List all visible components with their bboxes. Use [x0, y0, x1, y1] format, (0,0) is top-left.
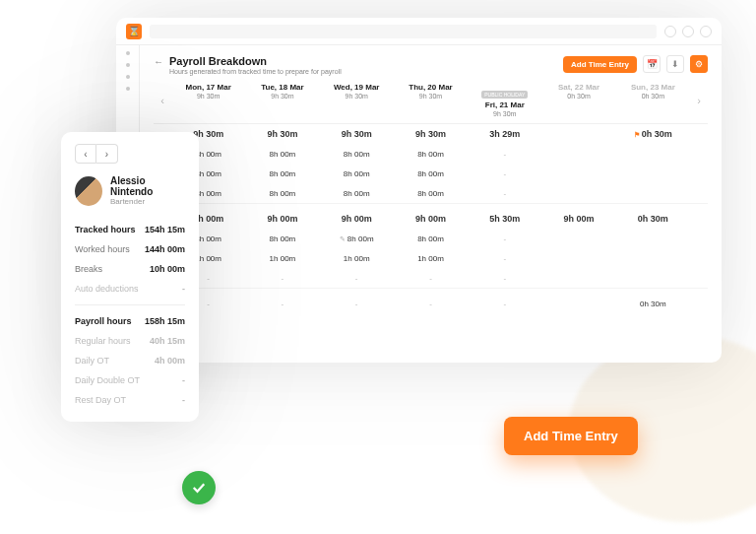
settings-button[interactable]: ⚙ — [690, 55, 708, 73]
hours-cell: 9h 30m — [394, 125, 468, 143]
topbar-icon[interactable] — [700, 26, 712, 37]
hours-cell: - — [394, 270, 468, 287]
stat-value: - — [182, 375, 185, 385]
day-total: 0h 30m — [616, 93, 690, 100]
day-column: PUBLIC HOLIDAYFri, 21 Mar9h 30m — [468, 83, 541, 117]
hours-cell — [541, 234, 615, 242]
prev-week-button[interactable]: ‹ — [154, 95, 171, 106]
hours-cell: - — [468, 250, 541, 267]
hours-cell: 8h 00m — [394, 166, 468, 182]
hours-cell — [541, 254, 615, 262]
table-row: 9h 30m9h 30m9h 30m9h 30m3h 29m⚑0h 30m — [154, 124, 708, 144]
hours-grid: 9h 30m9h 30m9h 30m9h 30m3h 29m⚑0h 30m8h … — [154, 123, 708, 363]
hours-cell: 8h 00m — [320, 146, 394, 163]
hours-cell: 9h 00m — [320, 210, 394, 228]
back-arrow-icon[interactable]: ← — [154, 56, 163, 67]
hours-cell — [616, 254, 690, 262]
day-total: 9h 30m — [394, 93, 468, 100]
hours-cell — [541, 300, 615, 307]
stat-label: Auto deductions — [75, 284, 139, 294]
hours-cell: 8h 00m — [245, 231, 319, 247]
stat-row: Tracked hours154h 15m — [75, 220, 185, 239]
page-title: Payroll Breakdown — [169, 55, 342, 67]
rail-item[interactable] — [126, 51, 130, 55]
hours-cell: - — [468, 296, 541, 312]
table-row: 8h 00m8h 00m✎8h 00m8h 00m- — [154, 229, 708, 248]
hours-cell: 3h 29m — [468, 125, 541, 143]
day-column: Thu, 20 Mar9h 30m — [394, 83, 468, 117]
hours-cell — [541, 130, 615, 138]
stat-label: Breaks — [75, 264, 102, 274]
add-time-entry-floating-button[interactable]: Add Time Entry — [504, 417, 638, 455]
day-column: Sun, 23 Mar0h 30m — [616, 83, 690, 117]
hours-cell — [541, 189, 615, 197]
rail-item[interactable] — [126, 75, 130, 79]
day-label: Sat, 22 Mar — [541, 83, 615, 92]
stat-value: 158h 15m — [145, 316, 185, 326]
avatar — [75, 176, 102, 206]
hours-cell: 1h 00m — [320, 250, 394, 267]
stat-value: 10h 00m — [150, 264, 185, 274]
day-label: Thu, 20 Mar — [394, 83, 468, 92]
rail-item[interactable] — [126, 87, 130, 91]
day-headers: ‹ Mon, 17 Mar9h 30mTue, 18 Mar9h 30mWed,… — [154, 83, 708, 117]
topbar: ⌛ — [116, 18, 722, 45]
next-week-button[interactable]: › — [690, 95, 708, 106]
calendar-button[interactable]: 📅 — [643, 55, 661, 73]
day-label: Mon, 17 Mar — [171, 83, 245, 92]
hours-cell: 8h 00m — [245, 166, 319, 182]
hours-cell: 0h 30m — [616, 210, 690, 228]
hours-cell — [541, 274, 615, 282]
hours-cell: 8h 00m — [320, 166, 394, 182]
table-row: 9h 00m9h 00m9h 00m9h 00m5h 30m9h 00m0h 3… — [154, 209, 708, 229]
hours-cell: - — [394, 296, 468, 312]
stat-row: Worked hours144h 00m — [75, 239, 185, 259]
hours-cell: - — [245, 270, 319, 287]
stat-row: Breaks10h 00m — [75, 259, 185, 279]
table-row: 8h 00m8h 00m8h 00m8h 00m- — [154, 164, 708, 183]
hours-cell: - — [468, 185, 541, 202]
table-row: 8h 00m8h 00m8h 00m8h 00m- — [154, 144, 708, 164]
rail-item[interactable] — [126, 63, 130, 67]
app-logo-icon: ⌛ — [126, 24, 142, 39]
hours-cell: 9h 00m — [245, 210, 319, 228]
search-input[interactable] — [150, 25, 657, 38]
hours-cell: 8h 00m — [394, 231, 468, 247]
hours-cell: 8h 00m — [245, 146, 319, 163]
hours-cell — [616, 234, 690, 242]
hours-cell: 0h 30m — [616, 296, 690, 312]
stat-row: Auto deductions- — [75, 279, 185, 299]
hours-cell: - — [468, 166, 541, 182]
stat-label: Rest Day OT — [75, 395, 126, 405]
hours-cell: 8h 00m — [394, 185, 468, 202]
hours-cell: - — [320, 296, 394, 312]
stat-label: Daily OT — [75, 356, 109, 366]
hours-cell: ✎8h 00m — [320, 231, 394, 247]
edit-icon[interactable]: ✎ — [340, 235, 346, 242]
hours-cell: 9h 00m — [394, 210, 468, 228]
stat-label: Regular hours — [75, 336, 131, 346]
stat-row: Rest Day OT- — [75, 390, 185, 410]
add-time-entry-button[interactable]: Add Time Entry — [563, 56, 637, 73]
stat-label: Daily Double OT — [75, 375, 140, 385]
hours-cell: - — [320, 270, 394, 287]
stat-row: Payroll hours158h 15m — [75, 311, 185, 331]
topbar-icon[interactable] — [664, 26, 676, 37]
next-employee-button[interactable]: › — [96, 144, 118, 164]
hours-cell: 8h 00m — [245, 185, 319, 202]
employee-card: ‹ › Alessio Nintendo Bartender Tracked h… — [61, 132, 199, 422]
hours-cell: 8h 00m — [320, 185, 394, 202]
stat-value: 154h 15m — [145, 225, 185, 234]
employee-role: Bartender — [110, 197, 185, 206]
day-label: Sun, 23 Mar — [616, 83, 690, 92]
hours-cell — [541, 169, 615, 177]
prev-employee-button[interactable]: ‹ — [75, 144, 96, 164]
download-button[interactable]: ⬇ — [666, 55, 684, 73]
topbar-icon[interactable] — [682, 26, 694, 37]
stat-value: 144h 00m — [145, 244, 185, 254]
hours-cell: ⚑0h 30m — [616, 125, 690, 143]
stat-label: Worked hours — [75, 244, 130, 254]
stat-value: 40h 15m — [150, 336, 185, 346]
hours-cell: 9h 00m — [541, 210, 615, 228]
hours-cell — [616, 169, 690, 177]
